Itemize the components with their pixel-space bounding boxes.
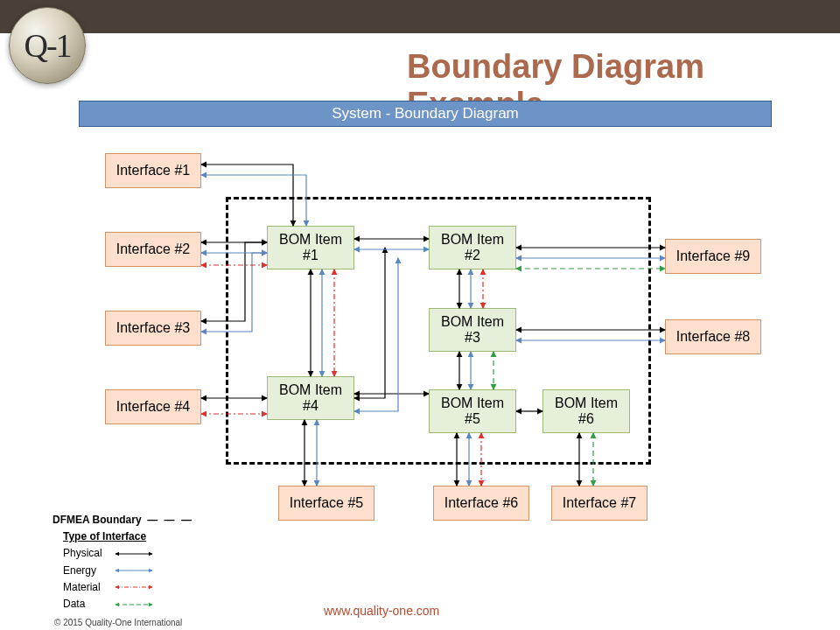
interface-8: Interface #8 — [665, 319, 761, 354]
copyright: © 2015 Quality-One International — [54, 618, 182, 627]
legend: DFMEA Boundary — — — Type of Interface P… — [52, 512, 193, 612]
interface-7: Interface #7 — [551, 486, 648, 521]
interface-2: Interface #2 — [105, 232, 201, 267]
interface-1: Interface #1 — [105, 153, 201, 188]
legend-boundary-label: DFMEA Boundary — [52, 514, 142, 526]
interface-6: Interface #6 — [433, 486, 529, 521]
legend-material: Material — [63, 579, 107, 596]
footer-url: www.quality-one.com — [324, 604, 439, 618]
bom-item-1: BOM Item #1 — [267, 226, 354, 270]
bom-item-4: BOM Item #4 — [267, 376, 354, 420]
legend-physical: Physical — [63, 545, 107, 562]
legend-type-header: Type of Interface — [63, 528, 193, 545]
bom-item-3: BOM Item #3 — [429, 308, 516, 352]
interface-9: Interface #9 — [665, 239, 761, 274]
bom-item-6: BOM Item #6 — [542, 389, 630, 433]
interface-3: Interface #3 — [105, 311, 201, 346]
bom-item-5: BOM Item #5 — [429, 389, 516, 433]
logo-badge: Q-1 — [9, 7, 86, 84]
boundary-diagram: Interface #1 Interface #2 Interface #3 I… — [79, 136, 779, 560]
interface-5: Interface #5 — [278, 486, 374, 521]
diagram-banner: System - Boundary Diagram — [79, 101, 772, 127]
interface-4: Interface #4 — [105, 389, 201, 424]
legend-data: Data — [63, 596, 107, 612]
legend-energy: Energy — [63, 563, 107, 579]
bom-item-2: BOM Item #2 — [429, 226, 516, 270]
top-bar — [0, 0, 840, 33]
